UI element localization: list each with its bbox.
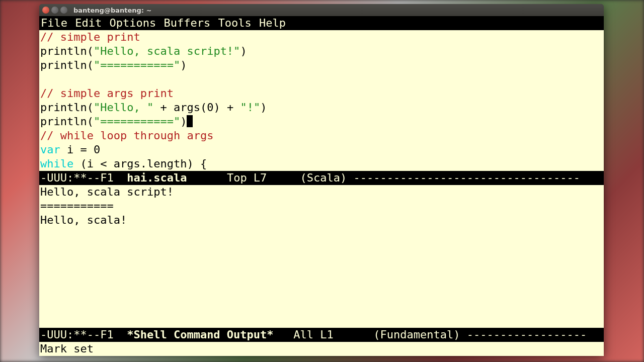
code-line: println( (40, 59, 94, 71)
modeline-bottom[interactable]: -UUU:**--F1 *Shell Command Output* All L… (39, 328, 604, 342)
code-line: // simple print (40, 31, 140, 43)
terminal-window: banteng@banteng: ~ File Edit Options Buf… (39, 4, 604, 356)
code-line: var (40, 143, 60, 156)
menu-buffers[interactable]: Buffers (163, 17, 211, 29)
text-cursor (187, 115, 193, 127)
output-buffer[interactable]: Hello, scala script! =========== Hello, … (39, 185, 604, 328)
code-line: // simple args print (40, 87, 174, 100)
emacs-frame: File Edit Options Buffers Tools Help // … (39, 16, 604, 356)
menu-edit[interactable]: Edit (74, 17, 102, 29)
major-mode: (Scala) (300, 171, 347, 184)
output-line: Hello, scala! (40, 214, 127, 226)
window-title: banteng@banteng: ~ (73, 7, 151, 14)
menu-tools[interactable]: Tools (217, 17, 252, 29)
window-titlebar[interactable]: banteng@banteng: ~ (39, 4, 604, 16)
menu-help[interactable]: Help (259, 17, 286, 29)
menu-options[interactable]: Options (109, 17, 156, 29)
code-line: println( (40, 101, 94, 114)
code-line: // while loop through args (40, 129, 213, 142)
buffer-name: hai.scala (127, 171, 187, 184)
buffer-name: *Shell Command Output* (127, 328, 273, 341)
maximize-icon[interactable] (60, 7, 67, 14)
major-mode: (Fundamental) (373, 328, 460, 341)
minimize-icon[interactable] (51, 7, 58, 14)
output-line: =========== (40, 200, 114, 212)
minibuffer[interactable]: Mark set (39, 342, 604, 356)
code-line: while (40, 157, 73, 170)
minibuffer-text: Mark set (40, 342, 94, 355)
code-line: println( (40, 45, 94, 57)
code-line: println( (40, 115, 94, 128)
cursor-position: Top L7 (227, 171, 267, 184)
output-line: Hello, scala script! (40, 186, 174, 198)
code-buffer[interactable]: // simple print println("Hello, scala sc… (39, 30, 604, 171)
close-icon[interactable] (42, 7, 49, 14)
menu-file[interactable]: File (40, 17, 68, 29)
emacs-menubar[interactable]: File Edit Options Buffers Tools Help (39, 16, 604, 30)
cursor-position: All L1 (293, 328, 333, 341)
modeline-top[interactable]: -UUU:**--F1 hai.scala Top L7 (Scala) ---… (39, 171, 604, 185)
